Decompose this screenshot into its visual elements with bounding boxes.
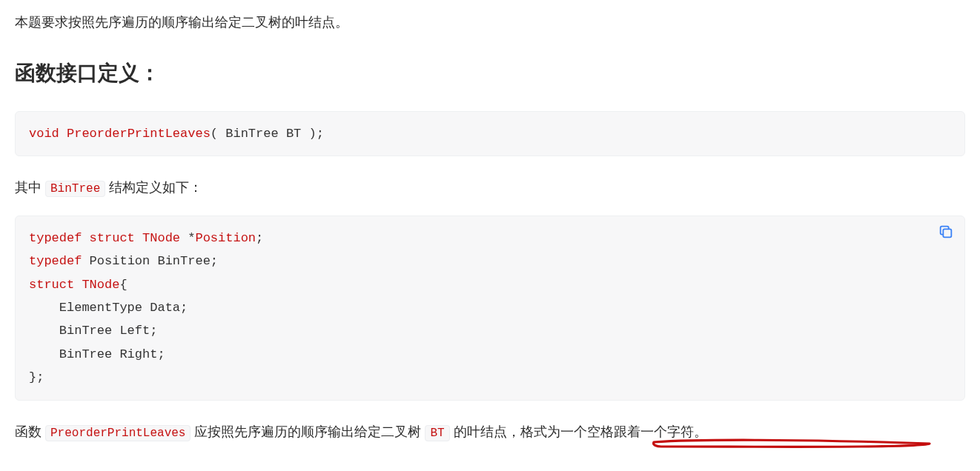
typename-position: Position xyxy=(195,231,256,245)
brace-open: { xyxy=(119,278,127,292)
struct-definition-code: typedef struct TNode *Position; typedef … xyxy=(15,216,965,401)
kw-typedef-struct-1: typedef struct xyxy=(29,231,135,245)
function-name: PreorderPrintLeaves xyxy=(67,127,211,141)
final-paragraph: 函数 PreorderPrintLeaves 应按照先序遍历的顺序输出给定二叉树… xyxy=(15,421,707,444)
text-pre: 其中 xyxy=(15,180,45,195)
line2-tail: Position BinTree; xyxy=(82,254,218,268)
line-left: BinTree Left; xyxy=(29,324,157,338)
function-params: ( BinTree BT ); xyxy=(211,127,324,141)
semi-1: ; xyxy=(256,231,263,245)
typename-tnode-2: TNode xyxy=(82,278,119,292)
struct-intro-paragraph: 其中 BinTree 结构定义如下： xyxy=(15,177,965,199)
final-mid2: 的叶结点，格式为一个空格跟着一个字符。 xyxy=(450,424,707,439)
typename-tnode-1: TNode xyxy=(142,231,180,245)
text-post: 结构定义如下： xyxy=(105,180,202,195)
line-close: }; xyxy=(29,370,44,384)
kw-typedef-2: typedef xyxy=(29,254,82,268)
handdrawn-underline-annotation xyxy=(651,438,933,454)
function-signature-code: void PreorderPrintLeaves( BinTree BT ); xyxy=(15,111,965,156)
final-mid1: 应按照先序遍历的顺序输出给定二叉树 xyxy=(191,424,425,439)
inline-code-bintree: BinTree xyxy=(45,181,105,197)
line-right: BinTree Right; xyxy=(29,347,165,361)
svg-rect-0 xyxy=(943,229,951,237)
copy-icon[interactable] xyxy=(938,224,954,240)
kw-struct-3: struct xyxy=(29,278,74,292)
inline-code-bt: BT xyxy=(425,425,449,441)
final-pre: 函数 xyxy=(15,424,45,439)
inline-code-functionname: PreorderPrintLeaves xyxy=(45,425,191,441)
problem-intro: 本题要求按照先序遍历的顺序输出给定二叉树的叶结点。 xyxy=(15,12,965,33)
keyword-void: void xyxy=(29,127,59,141)
star: * xyxy=(180,231,195,245)
line-data: ElementType Data; xyxy=(29,301,188,315)
section-title: 函数接口定义： xyxy=(15,57,965,90)
